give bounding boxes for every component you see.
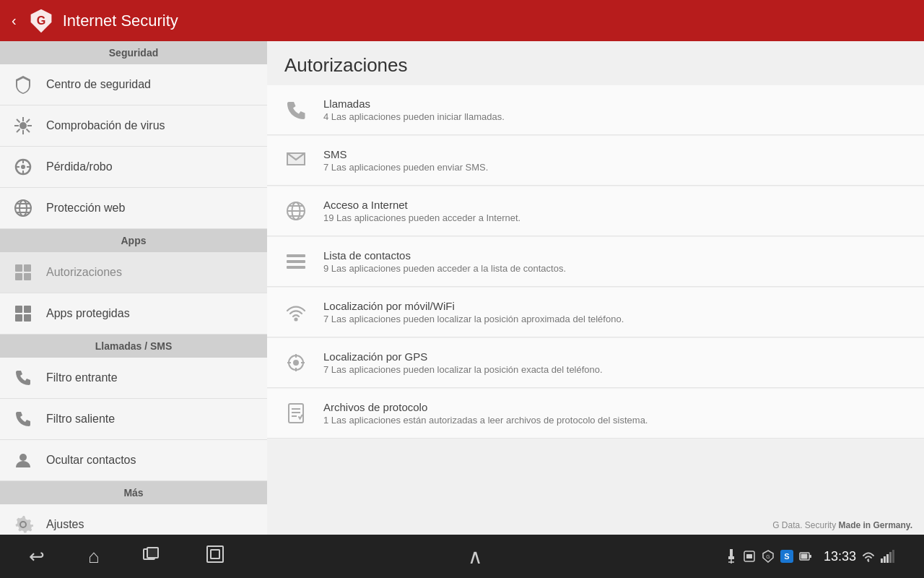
up-nav-button[interactable]: ∧ [468, 545, 483, 569]
sidebar-label-centro-seguridad: Centro de seguridad [46, 78, 151, 91]
permission-desc-llamadas: 4 Las aplicaciones pueden iniciar llamad… [323, 111, 505, 122]
svg-rect-53 [207, 546, 223, 562]
svg-rect-28 [15, 314, 22, 322]
permission-item-gps[interactable]: Localización por GPS 7 Las aplicaciones … [267, 338, 924, 388]
phone-icon [282, 95, 310, 124]
sidebar-section-mas: Más [0, 481, 267, 504]
sidebar-label-ajustes: Ajustes [46, 518, 84, 531]
app-title: Internet Security [63, 12, 178, 30]
sidebar-label-comprobacion-virus: Comprobación de virus [46, 119, 165, 132]
svg-rect-65 [801, 554, 807, 559]
right-panel: Autorizaciones Llamadas 4 Las aplicacion… [267, 41, 924, 535]
app-logo: G [28, 8, 54, 34]
svg-rect-54 [211, 550, 219, 558]
svg-point-2 [19, 122, 27, 129]
auth-icon [12, 261, 35, 284]
sidebar-label-apps-protegidas: Apps protegidas [46, 307, 130, 320]
sidebar-item-filtro-saliente[interactable]: Filtro saliente [0, 399, 267, 440]
screenshot-nav-button[interactable] [205, 544, 225, 569]
svg-line-7 [17, 119, 20, 123]
permission-title-contactos: Lista de contactos [323, 249, 566, 262]
gps-icon [282, 348, 310, 377]
recent-nav-button[interactable] [143, 546, 162, 566]
status-bar: G S 13:33 [725, 549, 895, 564]
sidebar-item-autorizaciones[interactable]: Autorizaciones [0, 252, 267, 293]
sidebar-item-comprobacion-virus[interactable]: Comprobación de virus [0, 105, 267, 147]
call-in-icon [12, 366, 35, 389]
panel-title: Autorizaciones [267, 41, 924, 85]
svg-rect-55 [730, 549, 733, 556]
permission-text-log: Archivos de protocolo 1 Las aplicaciones… [323, 401, 648, 426]
sms-icon [282, 146, 310, 175]
sidebar-item-perdida-robo[interactable]: Pérdida/robo [0, 147, 267, 188]
permission-desc-sms: 7 Las aplicaciones pueden enviar SMS. [323, 162, 488, 173]
web-icon [12, 197, 35, 220]
sidebar-label-perdida-robo: Pérdida/robo [46, 160, 113, 173]
permission-item-sms[interactable]: SMS 7 Las aplicaciones pueden enviar SMS… [267, 136, 924, 186]
permission-desc-internet: 19 Las aplicaciones pueden acceder a Int… [323, 212, 520, 223]
permission-title-llamadas: Llamadas [323, 98, 505, 110]
permission-item-log[interactable]: Archivos de protocolo 1 Las aplicaciones… [267, 389, 924, 439]
sidebar: Seguridad Centro de seguridad Comprobaci… [0, 41, 267, 535]
permission-item-contactos[interactable]: Lista de contactos 9 Las aplicaciones pu… [267, 237, 924, 287]
svg-point-42 [294, 361, 298, 365]
permission-desc-contactos: 9 Las aplicaciones pueden acceder a la l… [323, 263, 566, 274]
call-out-icon [12, 407, 35, 431]
permission-item-internet[interactable]: Acceso a Internet 19 Las aplicaciones pu… [267, 186, 924, 236]
sidebar-item-centro-seguridad[interactable]: Centro de seguridad [0, 64, 267, 105]
wifi-status-icon [862, 550, 875, 563]
permission-item-llamadas[interactable]: Llamadas 4 Las aplicaciones pueden inici… [267, 85, 924, 135]
svg-text:G: G [36, 14, 45, 27]
svg-rect-24 [15, 273, 22, 280]
permission-title-wifi-loc: Localización por móvil/WiFi [323, 300, 624, 312]
globe-icon [282, 197, 310, 225]
lost-icon [12, 155, 35, 178]
back-button[interactable]: ‹ [12, 12, 17, 29]
security-status-icon: G [762, 550, 775, 563]
sidebar-item-filtro-entrante[interactable]: Filtro entrante [0, 358, 267, 399]
clock-display: 13:33 [824, 549, 856, 564]
log-icon [282, 399, 310, 428]
permission-desc-log: 1 Las aplicaciones están autorizadas a l… [323, 415, 648, 426]
sidebar-item-ajustes[interactable]: Ajustes [0, 504, 267, 535]
svg-text:S: S [784, 552, 789, 561]
sidebar-label-filtro-entrante: Filtro entrante [46, 371, 118, 384]
hide-contact-icon [12, 449, 35, 472]
permission-text-sms: SMS 7 Las aplicaciones pueden enviar SMS… [323, 148, 488, 173]
nav-buttons-left: ↩ ⌂ [29, 544, 225, 569]
permission-item-wifi-loc[interactable]: Localización por móvil/WiFi 7 Las aplica… [267, 288, 924, 337]
svg-rect-56 [728, 556, 734, 559]
svg-rect-26 [15, 306, 22, 313]
permission-title-sms: SMS [323, 148, 488, 160]
svg-line-10 [17, 129, 20, 133]
svg-point-40 [295, 319, 297, 321]
svg-text:G: G [766, 554, 770, 559]
apps-icon [12, 302, 35, 325]
wifi-loc-icon [282, 298, 310, 327]
battery-charging-icon [799, 550, 812, 563]
svg-rect-67 [881, 558, 883, 563]
svg-rect-29 [24, 314, 31, 322]
s-icon: S [780, 550, 793, 563]
sidebar-label-filtro-saliente: Filtro saliente [46, 413, 115, 426]
sidebar-item-ocultar-contactos[interactable]: Ocultar contactos [0, 440, 267, 481]
svg-rect-39 [287, 266, 305, 269]
svg-rect-25 [24, 273, 31, 280]
back-nav-button[interactable]: ↩ [29, 545, 45, 568]
permission-title-gps: Localización por GPS [323, 350, 603, 363]
settings-icon [12, 513, 35, 535]
sidebar-item-apps-protegidas[interactable]: Apps protegidas [0, 293, 267, 335]
shield-icon [12, 73, 35, 96]
main-content: Seguridad Centro de seguridad Comprobaci… [0, 41, 924, 535]
home-nav-button[interactable]: ⌂ [88, 545, 100, 568]
permission-list: Llamadas 4 Las aplicaciones pueden inici… [267, 85, 924, 439]
svg-rect-69 [886, 554, 889, 563]
sidebar-item-proteccion-web[interactable]: Protección web [0, 188, 267, 229]
sim-icon [743, 550, 756, 563]
permission-text-contactos: Lista de contactos 9 Las aplicaciones pu… [323, 249, 566, 274]
svg-rect-38 [287, 260, 305, 263]
virus-icon [12, 114, 35, 137]
svg-point-30 [19, 454, 27, 461]
sidebar-section-llamadas: Llamadas / SMS [0, 335, 267, 358]
sidebar-label-autorizaciones: Autorizaciones [46, 266, 122, 279]
